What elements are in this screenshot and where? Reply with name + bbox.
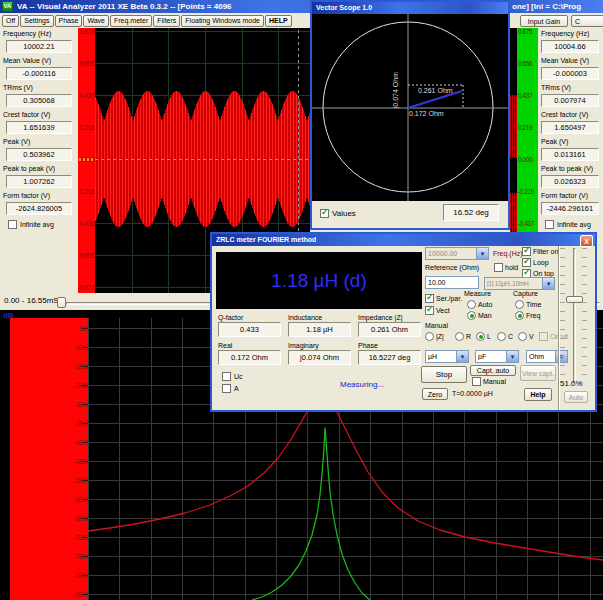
- infinite-avg-checkbox[interactable]: [545, 220, 554, 229]
- a-checkbox[interactable]: [222, 384, 231, 393]
- range-combo[interactable]: [1] 10µH..10mH▼: [484, 277, 555, 290]
- toolbar-button-wave[interactable]: Wave: [83, 15, 109, 27]
- tick-stub: [82, 518, 88, 519]
- values-checkbox[interactable]: [320, 209, 329, 218]
- meter-value-crest: 1.650497: [541, 121, 599, 134]
- meter-value-peak: 0.503962: [6, 148, 72, 161]
- manual-c-radio[interactable]: [497, 332, 506, 341]
- axis-tick: 0.437: [518, 92, 537, 99]
- manual-capture-checkbox[interactable]: [472, 377, 481, 386]
- capture-time-radio[interactable]: [515, 300, 524, 309]
- close-icon[interactable]: X: [580, 235, 593, 247]
- zrlc-window: ZRLC meter FOURIER method X 1.18 µH (d) …: [210, 232, 597, 412]
- tick-stub: [82, 366, 88, 367]
- fader-tick: [560, 374, 565, 375]
- uc-label: Uc: [234, 373, 243, 380]
- capacitance-unit-combo[interactable]: pF▼: [475, 350, 519, 363]
- measure-man-radio[interactable]: [467, 311, 476, 320]
- fader-tick: [560, 365, 565, 366]
- tick-stub: [82, 404, 88, 405]
- stop-button[interactable]: Stop: [421, 366, 467, 383]
- infinite-avg-checkbox[interactable]: [8, 220, 17, 229]
- capacitance-unit-value: pF: [476, 353, 506, 360]
- angle-readout: 16.52 deg: [443, 204, 499, 221]
- right-scope-wave-band: [510, 193, 517, 232]
- manual-z-label: |Z|: [436, 333, 444, 340]
- meter-label: Form factor (V): [3, 192, 50, 199]
- meter-value-crest: 1.651639: [6, 121, 72, 134]
- uc-checkbox[interactable]: [222, 372, 231, 381]
- fader-tick: [582, 257, 587, 258]
- main-titlebar[interactable]: VA VA -- Visual Analyzer 2011 XE Beta 0.…: [0, 0, 603, 13]
- input-gain-button[interactable]: Input Gain: [520, 15, 568, 27]
- capt-auto-button[interactable]: Capt. auto: [470, 365, 516, 376]
- meter-label: Peak to peak (V): [541, 165, 593, 172]
- vector-real-label: 0.172 Ohm: [409, 110, 444, 117]
- fader-tick: [560, 338, 565, 339]
- main-window: VA VA -- Visual Analyzer 2011 XE Beta 0.…: [0, 0, 603, 600]
- axis-tick: -0.873: [78, 284, 94, 291]
- time-scrollbar-thumb[interactable]: [57, 297, 66, 308]
- toolbar-button-settings[interactable]: Settings: [20, 15, 53, 27]
- tick-stub: [82, 385, 88, 386]
- toolbar-button-freqmeter[interactable]: Freq.meter: [110, 15, 152, 27]
- readout-label: Inductance: [288, 314, 322, 321]
- output-level-slider-track[interactable]: [573, 248, 576, 384]
- auto-level-button[interactable]: Auto: [564, 391, 588, 403]
- axis-tick: -0.218: [78, 188, 94, 195]
- fader-tick: [582, 338, 587, 339]
- vect-checkbox[interactable]: [425, 306, 434, 315]
- impedance-readout: 0.261 Ohm: [358, 322, 421, 337]
- hold-label: hold: [505, 264, 518, 271]
- manual-capture-label: Manual: [483, 378, 506, 385]
- tick-stub: [82, 575, 88, 576]
- help-button[interactable]: Help: [524, 388, 552, 401]
- manual-r-radio[interactable]: [455, 332, 464, 341]
- tick-stub: [82, 442, 88, 443]
- output-level-slider-thumb[interactable]: [566, 296, 583, 303]
- tick-stub: [82, 328, 88, 329]
- tick-stub: [82, 537, 88, 538]
- imaginary-readout: j0.074 Ohm: [288, 350, 351, 365]
- manual-v-radio[interactable]: [518, 332, 527, 341]
- inductance-readout: 1.18 µH: [288, 322, 351, 337]
- manual-z-radio[interactable]: [425, 332, 434, 341]
- loop-checkbox[interactable]: [522, 258, 531, 267]
- axis-tick: 0.436: [80, 92, 94, 99]
- meter-value-frequency: 10002.21: [6, 40, 72, 53]
- toolbar-button-filters[interactable]: Filters: [153, 15, 180, 27]
- hold-checkbox[interactable]: [494, 263, 503, 272]
- tick-stub: [82, 461, 88, 462]
- vect-label: Vect: [436, 307, 450, 314]
- chevron-down-icon: ▼: [506, 351, 518, 362]
- vector-scope-titlebar[interactable]: Vector Scope 1.0: [312, 2, 508, 14]
- toolbar-button-phase[interactable]: Phase: [55, 15, 83, 27]
- capture-freq-radio[interactable]: [515, 311, 524, 320]
- filter-on-checkbox[interactable]: [522, 247, 531, 256]
- right-scope-wave-band: [510, 95, 517, 158]
- toolbar-button-off[interactable]: Off: [2, 15, 19, 27]
- circuit-checkbox[interactable]: [539, 332, 548, 341]
- view-capt-button[interactable]: View capt.: [520, 365, 556, 381]
- manual-l-radio[interactable]: [476, 332, 485, 341]
- range-combo-value: [1] 10µH..10mH: [485, 280, 542, 287]
- toolbar-button-floating-windows-mode[interactable]: Floating Windows mode: [181, 15, 264, 27]
- qfactor-readout: 0.433: [218, 322, 281, 337]
- partial-toolbar-button[interactable]: C: [571, 15, 603, 27]
- fader-tick: [582, 266, 587, 267]
- fader-tick: [560, 356, 565, 357]
- measuring-status: Measuring...: [302, 380, 422, 389]
- zero-button[interactable]: Zero: [422, 388, 448, 400]
- fader-tick: [560, 284, 565, 285]
- frequency-combo[interactable]: 10000.00▼: [425, 247, 489, 260]
- inductance-unit-combo[interactable]: µH▼: [425, 350, 469, 363]
- axis-tick: -0.655: [78, 252, 94, 259]
- axis-tick: 0.873: [80, 28, 94, 35]
- readout-label: Impedance |Z|: [358, 314, 403, 321]
- toolbar-button-help[interactable]: HELP: [265, 15, 292, 27]
- resistance-unit-value: Ohm: [527, 353, 555, 360]
- zrlc-titlebar[interactable]: ZRLC meter FOURIER method X: [212, 234, 595, 246]
- ser-par-checkbox[interactable]: [425, 294, 434, 303]
- reference-input[interactable]: 10.00: [425, 276, 479, 289]
- measure-auto-radio[interactable]: [467, 300, 476, 309]
